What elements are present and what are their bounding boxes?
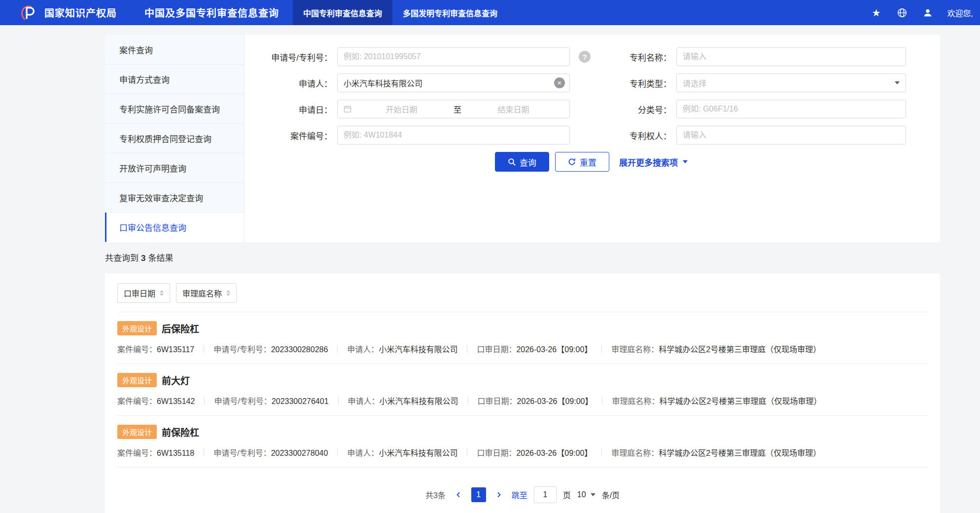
- per-page-unit-label: 条/页: [602, 489, 620, 501]
- result-title[interactable]: 前保险杠: [162, 425, 199, 439]
- application-number-input[interactable]: [337, 47, 570, 66]
- sidebar: 案件查询 申请方式查询 专利实施许可合同备案查询 专利权质押合同登记查询 开放许…: [105, 35, 245, 242]
- divider: [204, 345, 204, 353]
- result-title[interactable]: 后保险杠: [162, 322, 199, 335]
- jump-to-label[interactable]: 跳至: [512, 489, 527, 501]
- meta-value: 科学城办公区2号楼第三审理庭（仅现场审理）: [659, 345, 821, 354]
- form-row-3: 申请日： 开始日期 至 结束日期 分类号：: [245, 100, 917, 118]
- page-number-button[interactable]: 1: [471, 487, 486, 502]
- clear-input-icon[interactable]: ×: [554, 77, 565, 88]
- meta-label: 审理庭名称：: [611, 345, 659, 354]
- header-actions: ★ 欢迎您,: [871, 7, 973, 19]
- favorite-star-icon[interactable]: ★: [871, 7, 882, 19]
- results-sort-bar: 口审日期 审理庭名称: [117, 273, 928, 312]
- tab-china-patent-query[interactable]: 中国专利审查信息查询: [293, 0, 392, 25]
- page-unit-label: 页: [563, 489, 571, 501]
- sidebar-item-case-query[interactable]: 案件查询: [105, 35, 244, 65]
- patentee-input[interactable]: [676, 126, 906, 145]
- result-meta: 案件编号：6W135117 申请号/专利号：2023300280286 申请人：…: [117, 343, 928, 355]
- meta-value: 小米汽车科技有限公司: [379, 345, 457, 354]
- meta-label: 审理庭名称：: [611, 449, 659, 457]
- end-date-placeholder[interactable]: 结束日期: [463, 103, 563, 115]
- tab-multi-country-query[interactable]: 多国发明专利审查信息查询: [392, 0, 508, 25]
- meta-value: 6W135117: [157, 345, 194, 354]
- divider: [467, 345, 467, 353]
- chevron-down-icon: [895, 81, 900, 84]
- meta-value: 6W135142: [157, 397, 195, 405]
- meta-label: 案件编号：: [117, 449, 157, 457]
- patent-type-select[interactable]: 请选择: [676, 73, 906, 92]
- meta-value: 2026-03-26【09:00】: [516, 345, 592, 354]
- page-size-select[interactable]: 10: [577, 490, 595, 499]
- divider: [468, 397, 468, 404]
- divider: [337, 449, 338, 456]
- reset-button[interactable]: 重置: [555, 152, 609, 172]
- sort-label: 口审日期: [124, 287, 155, 299]
- refresh-icon: [568, 158, 576, 166]
- meta-label: 口审日期：: [478, 397, 517, 405]
- previous-page-button[interactable]: [452, 488, 465, 501]
- patent-type-badge: 外观设计: [117, 425, 157, 439]
- patent-type-badge: 外观设计: [117, 321, 157, 335]
- meta-value: 6W135118: [157, 449, 194, 457]
- divider: [601, 449, 602, 456]
- sidebar-item-pledge-registration-query[interactable]: 专利权质押合同登记查询: [105, 124, 244, 153]
- meta-label: 申请号/专利号：: [213, 345, 271, 354]
- classification-input[interactable]: [676, 100, 906, 118]
- sort-arrows-icon: [160, 290, 164, 296]
- meta-label: 口审日期：: [477, 449, 516, 457]
- chevron-down-icon: [683, 160, 688, 163]
- globe-language-icon[interactable]: [896, 7, 908, 19]
- divider: [337, 345, 338, 353]
- sidebar-item-application-method-query[interactable]: 申请方式查询: [105, 65, 244, 94]
- meta-label: 案件编号：: [117, 345, 157, 354]
- patent-name-input[interactable]: [676, 47, 906, 66]
- meta-value: 2026-03-26【09:00】: [516, 449, 592, 457]
- expand-more-search-label: 展开更多搜索项: [619, 156, 678, 168]
- result-meta: 案件编号：6W135142 申请号/专利号：2023300276401 申请人：…: [117, 395, 928, 406]
- application-date-range-picker[interactable]: 开始日期 至 结束日期: [337, 100, 570, 118]
- user-account-icon[interactable]: [922, 7, 934, 19]
- meta-value: 科学城办公区2号楼第三审理庭（仅现场审理）: [659, 449, 821, 457]
- date-separator: 至: [452, 103, 463, 115]
- expand-more-search-link[interactable]: 展开更多搜索项: [619, 156, 688, 168]
- case-number-input[interactable]: [337, 126, 570, 145]
- divider: [204, 449, 204, 456]
- divider: [204, 397, 205, 404]
- welcome-text: 欢迎您,: [947, 7, 973, 19]
- sidebar-item-reexamination-decision-query[interactable]: 复审无效审查决定查询: [105, 183, 244, 213]
- jump-to-page-input[interactable]: [534, 486, 557, 503]
- divider: [467, 449, 467, 456]
- help-icon[interactable]: ?: [579, 51, 591, 63]
- applicant-label: 申请人：: [245, 77, 337, 89]
- form-row-4: 案件编号： 专利权人：: [245, 126, 917, 145]
- sidebar-item-license-contract-filing-query[interactable]: 专利实施许可合同备案查询: [105, 94, 244, 124]
- result-title[interactable]: 前大灯: [162, 373, 190, 387]
- form-actions: 查询 重置 展开更多搜索项: [495, 152, 917, 183]
- search-form: 申请号/专利号： ? 专利名称： 申请人： × 专利类: [245, 35, 940, 242]
- form-row-1: 申请号/专利号： ? 专利名称：: [245, 47, 917, 66]
- page-size-value: 10: [577, 490, 586, 499]
- result-item: 外观设计 前大灯 案件编号：6W135142 申请号/专利号：202330027…: [117, 364, 928, 416]
- meta-value: 2026-03-26【09:00】: [517, 397, 593, 405]
- sort-arrows-icon: [226, 290, 230, 296]
- meta-value: 科学城办公区2号楼第三审理庭（仅现场审理）: [660, 397, 822, 405]
- cnipa-logo-icon: [19, 3, 37, 22]
- sidebar-item-open-license-declaration-query[interactable]: 开放许可声明查询: [105, 153, 244, 183]
- search-button[interactable]: 查询: [495, 152, 549, 172]
- start-date-placeholder[interactable]: 开始日期: [351, 103, 452, 115]
- page-title: 中国及多国专利审查信息查询: [144, 5, 279, 20]
- applicant-input[interactable]: [337, 73, 570, 92]
- meta-value: 小米汽车科技有限公司: [380, 397, 458, 405]
- divider: [338, 397, 339, 404]
- application-date-label: 申请日：: [245, 103, 337, 115]
- divider: [602, 397, 602, 404]
- application-number-label: 申请号/专利号：: [245, 51, 337, 63]
- meta-label: 申请人：: [348, 397, 380, 405]
- app-header: 国家知识产权局 中国及多国专利审查信息查询 中国专利审查信息查询 多国发明专利审…: [0, 0, 980, 25]
- sort-by-hearing-date-button[interactable]: 口审日期: [117, 283, 170, 303]
- next-page-button[interactable]: [492, 488, 505, 501]
- sidebar-item-oral-hearing-announcement-query[interactable]: 口审公告信息查询: [105, 213, 244, 242]
- sort-by-tribunal-name-button[interactable]: 审理庭名称: [176, 283, 237, 303]
- meta-label: 案件编号：: [117, 397, 157, 405]
